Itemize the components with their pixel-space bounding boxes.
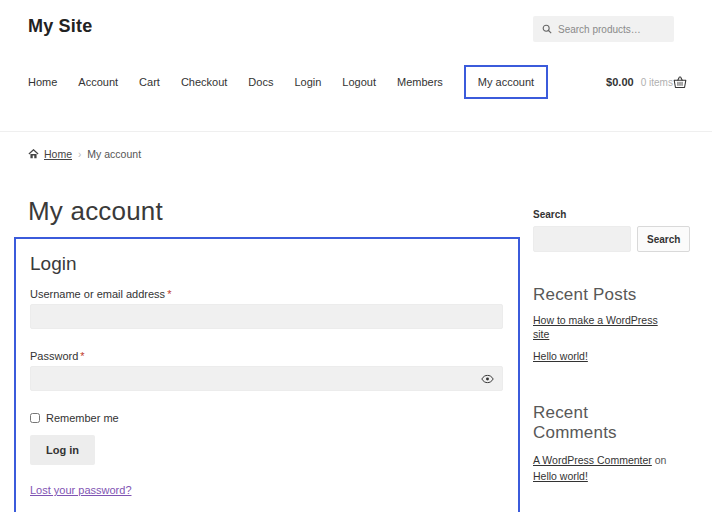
primary-nav: Home Account Cart Checkout Docs Login Lo… bbox=[0, 63, 712, 101]
sidebar-search-label: Search bbox=[533, 209, 676, 220]
username-label: Username or email address* bbox=[30, 288, 503, 300]
password-field-group: Password* bbox=[30, 350, 503, 391]
header-search-placeholder: Search products… bbox=[558, 24, 641, 35]
login-form-title: Login bbox=[30, 253, 503, 275]
nav-item-account[interactable]: Account bbox=[78, 76, 118, 88]
primary-column: My account Login Username or email addre… bbox=[28, 160, 520, 512]
header-divider bbox=[0, 131, 712, 132]
lost-password-link[interactable]: Lost your password? bbox=[30, 484, 132, 496]
recent-posts-title: Recent Posts bbox=[533, 285, 676, 305]
search-icon bbox=[542, 24, 552, 34]
eye-icon[interactable] bbox=[481, 374, 494, 383]
comment-connector: on bbox=[652, 454, 667, 466]
nav-item-docs[interactable]: Docs bbox=[248, 76, 273, 88]
breadcrumb: Home › My account bbox=[0, 148, 712, 160]
recent-post-link[interactable]: How to make a WordPress site bbox=[533, 313, 676, 341]
sidebar-search-input[interactable] bbox=[533, 226, 631, 252]
sidebar: Search Search Recent Posts How to make a… bbox=[533, 160, 676, 512]
nav-item-cart[interactable]: Cart bbox=[139, 76, 160, 88]
nav-item-checkout[interactable]: Checkout bbox=[181, 76, 227, 88]
username-input[interactable] bbox=[30, 304, 503, 329]
comment-author-link[interactable]: A WordPress Commenter bbox=[533, 454, 652, 466]
basket-icon[interactable] bbox=[673, 76, 687, 89]
header: My Site Search products… bbox=[0, 0, 712, 42]
sidebar-search-form: Search bbox=[533, 226, 676, 252]
sidebar-search-button[interactable]: Search bbox=[637, 226, 690, 252]
cart-total: $0.00 bbox=[606, 76, 634, 88]
password-label: Password* bbox=[30, 350, 503, 362]
recent-comments-title: Recent Comments bbox=[533, 403, 676, 443]
username-field-group: Username or email address* bbox=[30, 288, 503, 329]
recent-post-link[interactable]: Hello world! bbox=[533, 349, 676, 363]
password-input[interactable] bbox=[30, 366, 503, 391]
breadcrumb-current: My account bbox=[87, 148, 141, 160]
nav-item-login[interactable]: Login bbox=[294, 76, 321, 88]
recent-comment-item: A WordPress Commenter on Hello world! bbox=[533, 452, 676, 485]
required-mark: * bbox=[167, 288, 171, 300]
site-title: My Site bbox=[28, 16, 92, 37]
page-title: My account bbox=[28, 196, 520, 227]
home-icon bbox=[28, 149, 39, 159]
nav-item-my-account[interactable]: My account bbox=[464, 65, 548, 99]
required-mark: * bbox=[80, 350, 84, 362]
remember-me: Remember me bbox=[30, 412, 503, 424]
breadcrumb-separator: › bbox=[78, 149, 81, 160]
breadcrumb-home-link[interactable]: Home bbox=[44, 148, 72, 160]
remember-me-label: Remember me bbox=[46, 412, 119, 424]
password-label-text: Password bbox=[30, 350, 78, 362]
password-input-wrap bbox=[30, 366, 503, 391]
login-button[interactable]: Log in bbox=[30, 435, 95, 465]
comment-post-link[interactable]: Hello world! bbox=[533, 470, 588, 482]
main-content: My account Login Username or email addre… bbox=[0, 160, 712, 512]
header-search-input[interactable]: Search products… bbox=[533, 16, 674, 42]
cart-item-count: 0 items bbox=[641, 77, 673, 88]
nav-item-logout[interactable]: Logout bbox=[342, 76, 376, 88]
remember-me-checkbox[interactable] bbox=[30, 413, 40, 423]
nav-item-home[interactable]: Home bbox=[28, 76, 57, 88]
login-form: Login Username or email address* Passwor… bbox=[14, 237, 520, 512]
page: My Site Search products… Home Account Ca… bbox=[0, 0, 712, 512]
nav-item-members[interactable]: Members bbox=[397, 76, 443, 88]
username-label-text: Username or email address bbox=[30, 288, 165, 300]
cart-contents[interactable]: $0.00 0 items bbox=[606, 76, 673, 88]
